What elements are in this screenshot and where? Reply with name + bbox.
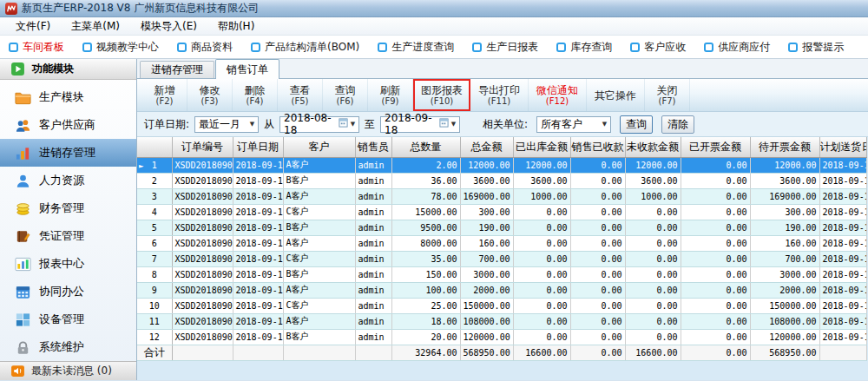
sidebar-item-8[interactable]: 设备管理 — [0, 305, 136, 333]
action-button-2[interactable]: 删除(F4) — [233, 79, 278, 111]
sidebar-item-3[interactable]: 人力资源 — [0, 167, 136, 194]
cell: A客户 — [283, 235, 355, 251]
checkbox-icon[interactable] — [9, 43, 18, 52]
tab-1[interactable]: 销售订单 — [215, 59, 279, 79]
sidebar-item-0[interactable]: 生产模块 — [0, 83, 136, 111]
cell-value: 0.00 — [726, 254, 746, 264]
sidebar-item-9[interactable]: 系统维护 — [0, 333, 136, 361]
tab-0[interactable]: 进销存管理 — [140, 61, 214, 78]
table-row[interactable]: 6XSDD2018090072018-09-11A客户admin8000.001… — [137, 235, 866, 251]
quick-toolbar-item[interactable]: 生产日报表 — [472, 40, 538, 55]
checkbox-icon[interactable] — [177, 43, 187, 52]
table-row[interactable]: ►1XSDD2018090122018-09-13A客户admin2.00120… — [137, 157, 866, 173]
cell: 150.00 — [391, 266, 460, 282]
table-row[interactable]: 4XSDD2018090092018-09-11C客户admin15000.00… — [137, 204, 866, 220]
table-row[interactable]: 10XSDD2018090032018-09-11C客户admin25.0015… — [137, 298, 866, 313]
quick-toolbar-item[interactable]: 报警提示 — [788, 40, 844, 55]
related-unit-select[interactable]: 所有客户 ▼ — [536, 116, 611, 133]
table-row[interactable]: 5XSDD2018090082018-09-11B客户admin9500.001… — [137, 220, 866, 235]
checkbox-icon[interactable] — [788, 43, 798, 52]
cell-value: admin — [358, 192, 385, 201]
date-from-input[interactable]: 2018-08-18 ▼ — [279, 116, 359, 133]
column-header-1[interactable]: 订单编号 — [172, 137, 233, 157]
cell-value: 12000.00 — [635, 161, 677, 170]
menu-item-2[interactable]: 模块导入(E) — [132, 18, 206, 35]
column-header-7[interactable]: 已出库金额 — [513, 137, 570, 157]
sidebar-footer[interactable]: 最新未读消息 (0) — [0, 361, 136, 380]
column-header-11[interactable]: 待开票金额 — [750, 137, 819, 157]
quick-toolbar-item-label: 车间看板 — [23, 40, 64, 55]
checkbox-icon[interactable] — [472, 43, 482, 52]
column-header-2[interactable]: 订单日期 — [233, 137, 283, 157]
calendar-icon — [439, 118, 449, 130]
action-button-1[interactable]: 修改(F3) — [187, 79, 233, 111]
action-button-key: (F3) — [201, 96, 219, 107]
column-header-6[interactable]: 总金额 — [460, 137, 513, 157]
table-row[interactable]: 3XSDD2018090102018-09-12A客户admin78.00169… — [137, 188, 866, 204]
column-header-3[interactable]: 客户 — [283, 137, 355, 157]
checkbox-icon[interactable] — [378, 43, 387, 52]
column-header-4[interactable]: 销售员 — [355, 137, 391, 157]
table-row[interactable]: 11XSDD2018090022018-09-11A客户admin18.0010… — [137, 313, 866, 329]
cell: 0.00 — [570, 220, 625, 235]
action-button-8[interactable]: 微信通知(F12) — [529, 79, 587, 111]
table-row[interactable]: 8XSDD2018090052018-09-11B客户admin150.0030… — [137, 266, 866, 282]
action-button-5[interactable]: 刷新(F9) — [368, 79, 413, 111]
column-header-10[interactable]: 已开票金额 — [681, 137, 750, 157]
cell: 100.00 — [391, 282, 460, 298]
cell-value: 36.00 — [431, 176, 457, 186]
checkbox-icon[interactable] — [82, 43, 92, 52]
device-icon — [14, 312, 31, 327]
lock-icon — [14, 339, 31, 355]
action-button-6[interactable]: 图形报表(F10) — [413, 79, 470, 111]
action-button-0[interactable]: 新增(F2) — [142, 79, 187, 111]
quick-toolbar-item[interactable]: 库存查询 — [556, 40, 612, 55]
query-button[interactable]: 查询 — [620, 115, 653, 134]
quick-toolbar-item[interactable]: 客户应收 — [630, 40, 686, 55]
menu-item-0[interactable]: 文件(F) — [7, 18, 59, 35]
column-header-12[interactable]: 计划送货日期 — [819, 137, 866, 157]
action-button-9[interactable]: 其它操作 — [587, 79, 645, 111]
quick-toolbar-item[interactable]: 车间看板 — [9, 40, 64, 55]
checkbox-icon[interactable] — [556, 43, 566, 52]
date-range-select[interactable]: 最近一月 ▼ — [194, 116, 259, 133]
column-header-0[interactable] — [137, 137, 172, 157]
quick-toolbar-item[interactable]: 产品结构清单(BOM) — [251, 40, 359, 55]
sidebar-item-7[interactable]: 协同办公 — [0, 278, 136, 305]
table-row[interactable]: 2XSDD2018090112018-09-12B客户admin36.00360… — [137, 173, 866, 188]
column-header-8[interactable]: 销售已收款 — [570, 137, 625, 157]
menu-item-1[interactable]: 主菜单(M) — [62, 18, 128, 35]
quick-toolbar-item[interactable]: 生产进度查询 — [378, 40, 454, 55]
menu-item-3[interactable]: 帮助(H) — [209, 18, 263, 35]
sidebar-item-1[interactable]: 客户供应商 — [0, 111, 136, 139]
sidebar-item-4[interactable]: 财务管理 — [0, 194, 136, 222]
table-row[interactable]: 12XSDD2018090012018-09-10B客户admin20.0012… — [137, 329, 866, 345]
cell: 2018-09-13 — [233, 157, 283, 173]
cell: 0.00 — [625, 329, 681, 345]
cell-value: 0.00 — [601, 270, 621, 279]
column-header-5[interactable]: 总数量 — [391, 137, 460, 157]
quick-toolbar-item[interactable]: 供应商应付 — [704, 40, 770, 55]
action-button-3[interactable]: 查看(F5) — [278, 79, 323, 111]
cell-value: 0.00 — [601, 286, 621, 295]
date-to-input[interactable]: 2018-09-18 ▼ — [380, 116, 460, 133]
checkbox-icon[interactable] — [704, 43, 713, 52]
cell: 3600.00 — [513, 173, 570, 188]
sidebar-item-6[interactable]: 报表中心 — [0, 250, 136, 278]
quick-toolbar-item[interactable]: 视频教学中心 — [82, 40, 159, 55]
checkbox-icon[interactable] — [251, 43, 260, 52]
sidebar-item-5[interactable]: 凭证管理 — [0, 222, 136, 250]
column-header-9[interactable]: 未收款金额 — [625, 137, 681, 157]
clear-button[interactable]: 清除 — [661, 115, 694, 134]
checkbox-icon[interactable] — [630, 43, 640, 52]
quick-toolbar-item[interactable]: 商品资料 — [177, 40, 233, 55]
action-button-4[interactable]: 查询(F6) — [323, 79, 368, 111]
sidebar-item-2[interactable]: 进销存管理 — [0, 139, 136, 167]
cell-value: XSDD201809001 — [175, 332, 233, 342]
action-button-7[interactable]: 导出打印(F11) — [470, 79, 529, 111]
cell: 0.00 — [625, 282, 681, 298]
table-row[interactable]: 7XSDD2018090062018-09-11C客户admin35.00700… — [137, 251, 866, 266]
table-row[interactable]: 9XSDD2018090042018-09-11A客户admin100.0020… — [137, 282, 866, 298]
action-button-10[interactable]: 关闭(F7) — [645, 79, 690, 111]
cell-value: 0.00 — [726, 317, 746, 326]
